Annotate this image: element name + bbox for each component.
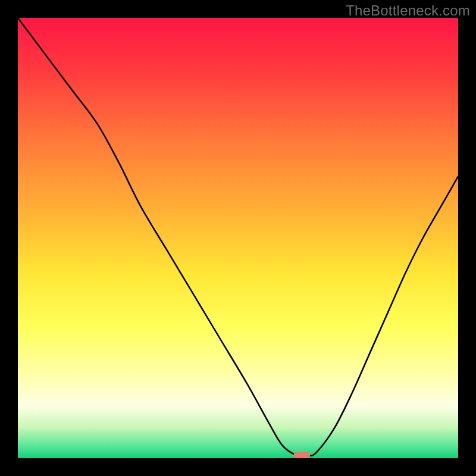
- optimal-marker: [293, 452, 310, 458]
- chart-frame: TheBottleneck.com: [0, 0, 476, 476]
- attribution-text: TheBottleneck.com: [346, 2, 470, 19]
- bottleneck-chart: [18, 18, 458, 458]
- chart-background: [18, 18, 458, 458]
